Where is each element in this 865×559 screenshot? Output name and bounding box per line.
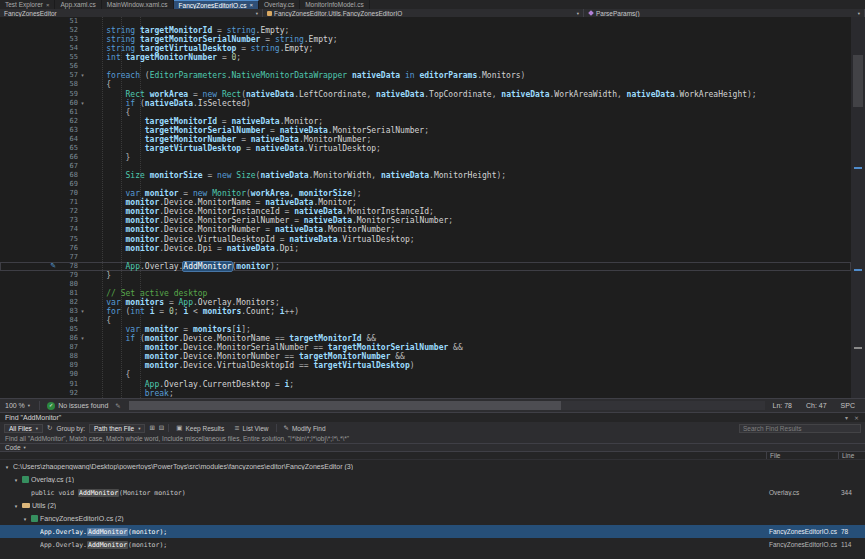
tab-fancyzoneseditorio-cs[interactable]: FancyZonesEditorIO.cs×	[174, 0, 259, 9]
glyph-margin[interactable]	[0, 216, 60, 225]
code-line[interactable]: 61 {	[0, 108, 851, 117]
glyph-margin[interactable]	[0, 352, 60, 361]
glyph-margin[interactable]	[0, 171, 60, 180]
glyph-margin[interactable]	[0, 80, 60, 89]
nav-member-dropdown[interactable]: ParseParams() ▾	[584, 9, 865, 17]
result-row[interactable]: ▾Utils (2)	[0, 499, 865, 512]
modify-find-button[interactable]: ✎ Modify Find	[281, 424, 329, 433]
glyph-margin[interactable]	[0, 35, 60, 44]
pencil-icon[interactable]: ✎	[115, 402, 120, 410]
code-line[interactable]: 82 var monitors = App.Overlay.Monitors;	[0, 298, 851, 307]
glyph-margin[interactable]	[0, 343, 60, 352]
expander-icon[interactable]: ▾	[12, 477, 20, 483]
glyph-margin[interactable]	[0, 108, 60, 117]
zoom-dropdown[interactable]: 100 % ▾	[0, 402, 35, 409]
fold-marker-icon[interactable]: ▾	[78, 307, 87, 316]
list-view-toggle[interactable]: ≡ List View	[231, 424, 271, 433]
code-line[interactable]: 51	[0, 17, 851, 26]
pencil-icon[interactable]: ✎	[0, 262, 60, 271]
find-results-tree[interactable]: ▾C:\Users\zhaopengwang\Desktop\powertoys…	[0, 460, 865, 559]
code-line[interactable]: 70 var monitor = new Monitor(workArea, m…	[0, 189, 851, 198]
glyph-margin[interactable]	[0, 198, 60, 207]
editor-horizontal-scrollbar[interactable]	[129, 401, 765, 410]
result-row[interactable]: App.Overlay.AddMonitor(monitor);FancyZon…	[0, 525, 865, 538]
nav-project-dropdown[interactable]: FancyZonesEditor ▾	[0, 9, 263, 17]
expander-icon[interactable]: ▾	[3, 464, 11, 470]
glyph-margin[interactable]	[0, 17, 60, 26]
code-line[interactable]: 57▾ foreach (EditorParameters.NativeMoni…	[0, 71, 851, 80]
glyph-margin[interactable]	[0, 370, 60, 379]
glyph-margin[interactable]	[0, 325, 60, 334]
glyph-margin[interactable]	[0, 144, 60, 153]
health-indicator[interactable]: ✓ No issues found	[44, 402, 111, 410]
code-line[interactable]: 92 break;	[0, 389, 851, 398]
code-line[interactable]: 83▾ for (int i = 0; i < monitors.Count; …	[0, 307, 851, 316]
window-menu-icon[interactable]: ▾	[845, 414, 848, 421]
glyph-margin[interactable]	[0, 253, 60, 262]
glyph-margin[interactable]	[0, 225, 60, 234]
code-line[interactable]: 81 // Set active desktop	[0, 289, 851, 298]
code-line[interactable]: 80	[0, 280, 851, 289]
code-line[interactable]: 86▾ if (monitor.Device.MonitorName == ta…	[0, 334, 851, 343]
content-type-filter-dropdown[interactable]: Code ▾	[0, 443, 865, 451]
glyph-margin[interactable]	[0, 316, 60, 325]
code-line[interactable]: 66 }	[0, 153, 851, 162]
scrollbar-thumb[interactable]	[129, 401, 561, 410]
code-line[interactable]: 90 {	[0, 370, 851, 379]
code-line[interactable]: 77	[0, 253, 851, 262]
tab-app-xaml-cs[interactable]: App.xaml.cs	[55, 0, 101, 9]
glyph-margin[interactable]	[0, 153, 60, 162]
fold-marker-icon[interactable]: ▾	[78, 71, 87, 80]
glyph-margin[interactable]	[0, 189, 60, 198]
code-line[interactable]: 91 App.Overlay.CurrentDesktop = i;	[0, 380, 851, 389]
glyph-margin[interactable]	[0, 71, 60, 80]
repeat-find-icon[interactable]: ↻	[47, 424, 52, 432]
code-line[interactable]: 53 string targetMonitorSerialNumber = st…	[0, 35, 851, 44]
result-row[interactable]: ▾C:\Users\zhaopengwang\Desktop\powertoys…	[0, 460, 865, 473]
glyph-margin[interactable]	[0, 90, 60, 99]
close-icon[interactable]: ×	[46, 2, 50, 8]
tab-overlay-cs[interactable]: Overlay.cs	[259, 0, 300, 9]
glyph-margin[interactable]	[0, 99, 60, 108]
glyph-margin[interactable]	[0, 307, 60, 316]
code-line[interactable]: 89 monitor.Device.VirtualDesktopId == ta…	[0, 361, 851, 370]
code-line[interactable]: 87 monitor.Device.MonitorSerialNumber ==…	[0, 343, 851, 352]
close-icon[interactable]: ×	[249, 2, 253, 8]
group-by-dropdown[interactable]: Path then File ▾	[89, 424, 145, 433]
code-line[interactable]: 84 {	[0, 316, 851, 325]
fold-marker-icon[interactable]: ▾	[78, 334, 87, 343]
code-line[interactable]: 65 targetVirtualDesktop = nativeData.Vir…	[0, 144, 851, 153]
tab-monitorinfomodel-cs[interactable]: MonitorInfoModel.cs	[300, 0, 370, 9]
glyph-margin[interactable]	[0, 280, 60, 289]
column-header-line[interactable]: Line	[838, 452, 865, 459]
glyph-margin[interactable]	[0, 380, 60, 389]
glyph-margin[interactable]	[0, 162, 60, 171]
code-line[interactable]: 68 Size monitorSize = new Size(nativeDat…	[0, 171, 851, 180]
glyph-margin[interactable]	[0, 207, 60, 216]
code-line[interactable]: 76 monitor.Device.Dpi = nativeData.Dpi;	[0, 244, 851, 253]
code-line[interactable]: 69	[0, 180, 851, 189]
code-line[interactable]: 58 {	[0, 80, 851, 89]
expander-icon[interactable]: ▾	[12, 503, 20, 509]
glyph-margin[interactable]	[0, 298, 60, 307]
code-line[interactable]: 75 monitor.Device.VirtualDesktopId = nat…	[0, 235, 851, 244]
glyph-margin[interactable]	[0, 289, 60, 298]
scope-dropdown[interactable]: All Files ▾	[4, 424, 43, 433]
glyph-margin[interactable]	[0, 135, 60, 144]
column-header-file[interactable]: File	[766, 452, 838, 459]
code-editor[interactable]: 5152 string targetMonitorId = string.Emp…	[0, 17, 851, 398]
collapse-all-icon[interactable]: ⊟	[159, 424, 164, 432]
glyph-margin[interactable]	[0, 126, 60, 135]
code-line[interactable]: 79 }	[0, 271, 851, 280]
scrollbar-thumb[interactable]	[853, 55, 863, 107]
glyph-margin[interactable]	[0, 53, 60, 62]
glyph-margin[interactable]	[0, 44, 60, 53]
result-row[interactable]: public void AddMonitor(Monitor monitor)O…	[0, 486, 865, 499]
code-line[interactable]: 62 targetMonitorId = nativeData.Monitor;	[0, 117, 851, 126]
glyph-margin[interactable]	[0, 26, 60, 35]
editor-vertical-scrollbar[interactable]	[851, 17, 865, 398]
code-line[interactable]: 85 var monitor = monitors[i];	[0, 325, 851, 334]
code-line[interactable]: 59 Rect workArea = new Rect(nativeData.L…	[0, 90, 851, 99]
search-find-results-input[interactable]	[739, 424, 861, 433]
glyph-margin[interactable]	[0, 389, 60, 398]
